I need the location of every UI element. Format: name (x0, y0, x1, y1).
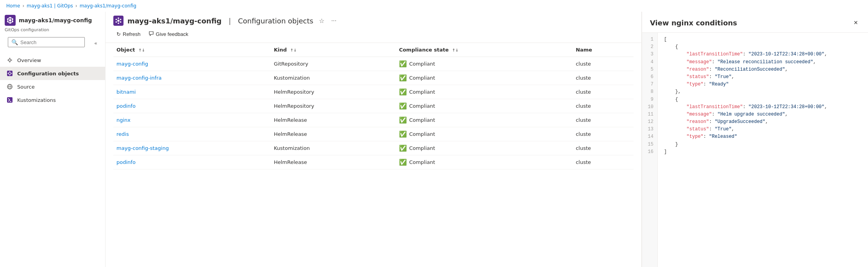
col-object-sort-icon: ↑↓ (138, 48, 145, 52)
side-panel: View nginx conditions × 1234567891011121… (641, 12, 868, 267)
line-number: 12 (642, 118, 657, 126)
code-token: , (785, 67, 788, 72)
object-link[interactable]: mayg-config-staging (116, 145, 169, 151)
code-token: "Helm upgrade succeeded" (718, 112, 785, 117)
resource-subtitle: GitOps configuration (0, 27, 105, 32)
compliance-badge: ✅Compliant (399, 116, 569, 124)
overview-icon (6, 57, 13, 64)
breadcrumb-cluster[interactable]: mayg-aks1 | GitOps (27, 3, 73, 9)
code-token: : (703, 82, 709, 87)
search-input[interactable] (20, 39, 81, 45)
sidebar: mayg-aks1/mayg-config GitOps configurati… (0, 12, 106, 267)
compliance-label: Compliant (409, 75, 435, 81)
object-link[interactable]: podinfo (116, 103, 136, 109)
line-number: 10 (642, 103, 657, 111)
svg-point-1 (9, 19, 11, 21)
code-content: [ { "lastTransitionTime": "2023-10-12T22… (658, 33, 868, 267)
feedback-button[interactable]: Give feedback (145, 29, 191, 39)
sidebar-item-config-objects[interactable]: Configuration objects (0, 67, 105, 80)
svg-point-30 (116, 21, 117, 23)
sidebar-header: mayg-aks1/mayg-config (0, 12, 105, 27)
sidebar-item-kustomizations[interactable]: Kustomizations (0, 93, 105, 107)
compliance-badge: ✅Compliant (399, 158, 569, 166)
object-link[interactable]: bitnami (116, 89, 136, 95)
line-number: 4 (642, 59, 657, 66)
table-row: podinfo HelmRelease ✅Compliant cluste (113, 155, 634, 169)
col-kind[interactable]: Kind ↑↓ (271, 43, 396, 57)
check-icon: ✅ (399, 74, 407, 82)
object-link[interactable]: podinfo (116, 159, 136, 165)
svg-point-25 (117, 20, 120, 22)
breadcrumb-home[interactable]: Home (6, 3, 20, 9)
collapse-sidebar-button[interactable]: « (90, 37, 101, 48)
svg-point-27 (120, 19, 122, 20)
sidebar-item-source[interactable]: Source (0, 80, 105, 93)
object-link[interactable]: redis (116, 131, 129, 137)
line-number: 6 (642, 73, 657, 81)
line-number: 1 (642, 36, 657, 43)
table-row: mayg-config GitRepository ✅Compliant clu… (113, 57, 634, 71)
name-cell: cluste (573, 141, 634, 155)
favorite-button[interactable]: ☆ (317, 16, 326, 25)
compliance-badge: ✅Compliant (399, 130, 569, 138)
code-line: "lastTransitionTime": "2023-10-12T22:34:… (664, 51, 862, 58)
breadcrumb-config[interactable]: mayg-aks1/mayg-config (80, 3, 136, 9)
sidebar-nav: Overview Configuration objects Source Ku… (0, 53, 105, 107)
side-panel-title: View nginx conditions (650, 19, 737, 27)
sidebar-item-overview[interactable]: Overview (0, 53, 105, 67)
compliance-label: Compliant (409, 89, 435, 95)
code-token: "status" (687, 126, 709, 132)
line-number: 7 (642, 81, 657, 88)
main-content: mayg-aks1/mayg-config | Configuration ob… (106, 12, 641, 267)
sidebar-item-source-label: Source (17, 84, 35, 90)
kind-cell: HelmRelease (271, 127, 396, 141)
name-cell: cluste (573, 85, 634, 99)
code-token: [ (664, 37, 667, 42)
object-link[interactable]: nginx (116, 117, 131, 123)
feedback-label: Give feedback (156, 31, 188, 37)
feedback-icon (149, 31, 154, 37)
svg-point-4 (12, 21, 13, 22)
code-token: : (709, 74, 714, 80)
code-line: { (664, 96, 862, 103)
line-number: 8 (642, 88, 657, 96)
code-token: "Release reconciliation succeeded" (718, 59, 813, 65)
sidebar-item-kustomizations-label: Kustomizations (17, 97, 56, 103)
code-token: "lastTransitionTime" (687, 104, 743, 110)
col-kind-label: Kind (274, 47, 287, 53)
compliance-badge: ✅Compliant (399, 74, 569, 82)
more-options-button[interactable]: ··· (330, 16, 338, 25)
code-token: "Released" (709, 134, 737, 139)
table-row: bitnami HelmRepository ✅Compliant cluste (113, 85, 634, 99)
code-token: , (732, 126, 734, 132)
code-token: "2023-10-12T22:34:28+00:00" (748, 104, 824, 110)
col-object[interactable]: Object ↑↓ (113, 43, 271, 57)
code-token: "True" (715, 74, 732, 80)
check-icon: ✅ (399, 130, 407, 138)
line-number: 3 (642, 51, 657, 58)
kind-cell: HelmRelease (271, 113, 396, 127)
close-panel-button[interactable]: × (851, 18, 860, 28)
breadcrumb: Home › mayg-aks1 | GitOps › mayg-aks1/ma… (0, 0, 868, 12)
code-token: { (664, 44, 678, 50)
code-token: : (743, 104, 748, 110)
code-line: ] (664, 148, 862, 156)
code-token: : (743, 52, 748, 57)
page-header-icon (113, 16, 123, 26)
compliance-label: Compliant (409, 117, 435, 123)
refresh-icon: ↻ (116, 31, 121, 37)
code-line: "type": "Released" (664, 133, 862, 141)
compliance-badge: ✅Compliant (399, 88, 569, 96)
name-cell: cluste (573, 71, 634, 85)
code-line: "type": "Ready" (664, 81, 862, 88)
code-token: : (703, 134, 709, 139)
line-number: 2 (642, 43, 657, 51)
col-compliance[interactable]: Compliance state ↑↓ (396, 43, 573, 57)
table-row: mayg-config-infra Kustomization ✅Complia… (113, 71, 634, 85)
object-link[interactable]: mayg-config (116, 61, 148, 67)
line-numbers: 12345678910111213141516 (642, 33, 658, 267)
resource-title: mayg-aks1/mayg-config (19, 17, 92, 23)
compliance-label: Compliant (409, 61, 435, 67)
refresh-button[interactable]: ↻ Refresh (113, 29, 144, 39)
object-link[interactable]: mayg-config-infra (116, 75, 161, 81)
